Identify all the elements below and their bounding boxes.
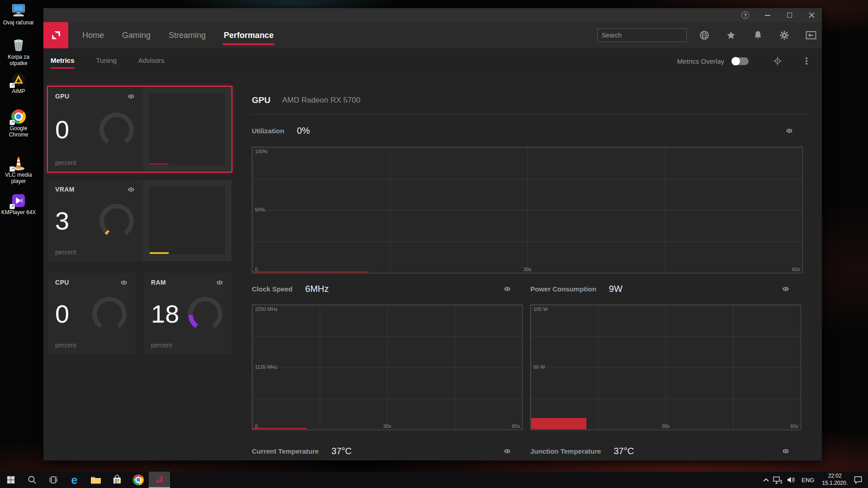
cpu-usage-value: 0	[55, 301, 69, 327]
system-tray: ENG 22:02 15.1.2020.	[763, 472, 868, 488]
minimize-button[interactable]	[764, 11, 771, 19]
visibility-eye-icon[interactable]	[781, 286, 790, 292]
desktop-icon-label: Korpa za otpatke	[2, 54, 35, 67]
axis-tick: 30s	[662, 423, 670, 429]
file-explorer-button[interactable]	[85, 472, 106, 488]
shortcut-arrow-icon	[9, 166, 15, 172]
taskbar: e	[0, 472, 868, 488]
card-title: VRAM	[55, 186, 75, 193]
search-input[interactable]	[602, 32, 684, 39]
notifications-button[interactable]	[752, 30, 763, 41]
visibility-eye-icon[interactable]	[503, 448, 512, 454]
recycle-bin-icon	[10, 37, 27, 53]
close-button[interactable]	[808, 11, 816, 19]
tab-tuning[interactable]: Tuning	[96, 54, 117, 69]
device-type: GPU	[252, 95, 270, 105]
visibility-eye-icon[interactable]	[127, 187, 136, 192]
taskbar-search-button[interactable]	[21, 472, 42, 488]
network-icon	[773, 476, 783, 484]
bell-icon	[753, 30, 763, 40]
search-box[interactable]	[597, 28, 687, 42]
current-temperature-label: Current Temperature	[252, 447, 319, 455]
navbar-icon-group	[699, 30, 816, 41]
amd-arrow-icon	[50, 29, 62, 42]
metrics-overlay-toggle[interactable]	[731, 57, 749, 65]
chrome-taskbar-button[interactable]	[127, 472, 149, 488]
globe-button[interactable]	[699, 30, 710, 41]
vlc-icon	[10, 155, 27, 171]
dock-panel-button[interactable]	[806, 30, 816, 41]
utilization-chart: 100% 50% 0 30s 60s	[252, 147, 803, 273]
help-button[interactable]: ?	[741, 11, 749, 19]
tab-gaming[interactable]: Gaming	[115, 22, 157, 48]
tray-chevron-button[interactable]	[763, 478, 769, 482]
desktop-icon-label: VLC media player	[2, 172, 35, 185]
tray-clock[interactable]: 22:02 15.1.2020.	[820, 473, 849, 487]
axis-tick: 60s	[790, 423, 798, 429]
sampling-button[interactable]	[772, 56, 783, 66]
close-icon	[809, 12, 815, 18]
amd-logo[interactable]	[43, 22, 68, 48]
metrics-overlay-group: Metrics Overlay	[677, 56, 811, 66]
radeon-taskbar-button[interactable]	[149, 472, 170, 488]
settings-button[interactable]	[779, 30, 790, 41]
maximize-button[interactable]	[786, 11, 793, 19]
ram-metric-card[interactable]: RAM 18 percent	[144, 273, 231, 354]
vram-metric-card[interactable]: VRAM 3 percent	[48, 180, 231, 261]
action-center-button[interactable]	[854, 476, 863, 484]
shortcut-arrow-icon	[9, 83, 15, 88]
network-button[interactable]	[773, 476, 783, 484]
edge-button[interactable]: e	[64, 472, 85, 488]
tray-date: 15.1.2020.	[822, 480, 848, 487]
star-icon	[726, 30, 736, 40]
gpu-usage-value: 0	[55, 117, 69, 142]
power-value: 9W	[609, 284, 623, 294]
ram-gauge	[188, 297, 222, 331]
gpu-metric-card[interactable]: GPU 0 percent	[48, 87, 231, 172]
language-indicator[interactable]: ENG	[800, 477, 816, 483]
card-unit: percent	[55, 159, 136, 166]
junction-temperature-section: Junction Temperature 37°C	[530, 441, 801, 460]
tab-metrics[interactable]: Metrics	[51, 54, 75, 69]
store-button[interactable]	[106, 472, 127, 488]
visibility-eye-icon[interactable]	[215, 280, 224, 286]
axis-tick: 2250 MHz	[255, 306, 278, 312]
desktop-icon-aimp[interactable]: AIMP	[0, 71, 37, 95]
cpu-metric-card[interactable]: CPU 0 percent	[48, 273, 136, 354]
desktop-icon-recycle-bin[interactable]: Korpa za otpatke	[0, 37, 37, 67]
utilization-value: 0%	[297, 126, 310, 136]
axis-tick: 50 W	[533, 364, 545, 370]
start-button[interactable]	[0, 472, 21, 488]
metrics-content: GPU 0 percent	[43, 87, 822, 460]
clock-speed-value: 6MHz	[305, 284, 329, 294]
desktop-icon-vlc[interactable]: VLC media player	[0, 155, 37, 185]
vram-gauge	[99, 204, 134, 238]
visibility-eye-icon[interactable]	[781, 448, 790, 454]
tab-home[interactable]: Home	[75, 22, 111, 48]
tab-advisors[interactable]: Advisors	[138, 54, 165, 69]
visibility-eye-icon[interactable]	[785, 128, 794, 134]
power-consumption-chart: 100 W 50 W 0 30s 60s	[530, 305, 801, 430]
visibility-eye-icon[interactable]	[503, 286, 512, 292]
desktop-icon-chrome[interactable]: Google Chrome	[0, 108, 37, 138]
tab-performance[interactable]: Performance	[217, 22, 280, 48]
clock-speed-label: Clock Speed	[252, 285, 292, 293]
clock-speed-trace	[253, 428, 307, 429]
desktop-icon-label: Ovaj računar	[3, 20, 34, 26]
tab-streaming[interactable]: Streaming	[162, 22, 212, 48]
desktop-icon-kmplayer[interactable]: KMPlayer 64X	[0, 192, 37, 216]
visibility-eye-icon[interactable]	[119, 280, 128, 286]
volume-button[interactable]	[787, 476, 796, 483]
visibility-eye-icon[interactable]	[127, 94, 136, 99]
task-view-button[interactable]	[42, 472, 64, 488]
desktop-icon-label: AIMP	[12, 89, 25, 95]
clock-speed-section: Clock Speed 6MHz 2250 MHz 1125 MHz 0 30s…	[252, 273, 523, 430]
kebab-menu-icon[interactable]	[802, 56, 811, 66]
favorites-button[interactable]	[726, 30, 736, 41]
aimp-icon	[10, 71, 27, 88]
gpu-sparkline-panel	[143, 87, 231, 172]
device-header: GPU AMD Radeon RX 5700	[252, 87, 810, 114]
desktop-icon-this-pc[interactable]: Ovaj računar	[0, 3, 37, 26]
power-trace	[531, 418, 586, 429]
clock-speed-chart: 2250 MHz 1125 MHz 0 30s 60s	[252, 305, 523, 430]
